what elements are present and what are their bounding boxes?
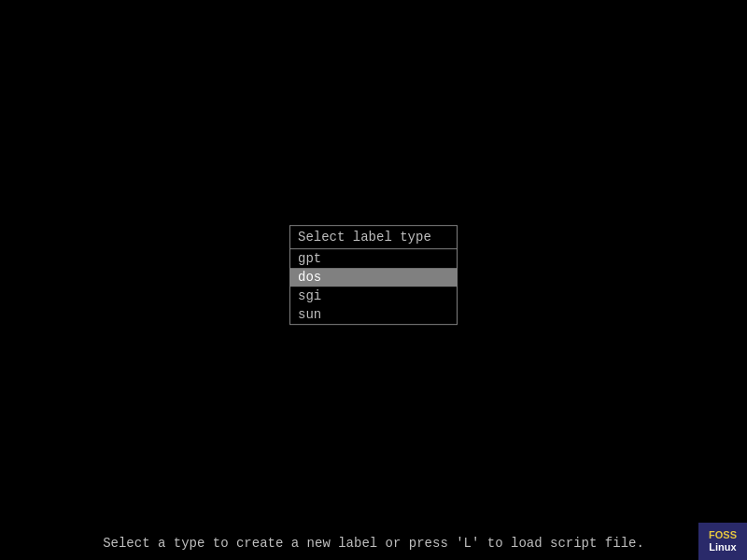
- option-item-gpt[interactable]: gpt: [290, 249, 457, 268]
- foss-text: FOSS: [709, 529, 737, 541]
- option-item-sgi[interactable]: sgi: [290, 287, 457, 305]
- foss-badge: FOSS Linux: [698, 523, 747, 560]
- option-list: gptdossgisun: [290, 249, 457, 324]
- option-item-sun[interactable]: sun: [290, 305, 457, 324]
- status-bar: Select a type to create a new label or p…: [0, 536, 747, 551]
- linux-text: Linux: [709, 541, 736, 553]
- dialog-box: Select label type gptdossgisun: [289, 225, 458, 325]
- dialog-title: Select label type: [290, 226, 457, 249]
- option-item-dos[interactable]: dos: [290, 268, 457, 287]
- main-container: Select label type gptdossgisun Select a …: [0, 0, 747, 560]
